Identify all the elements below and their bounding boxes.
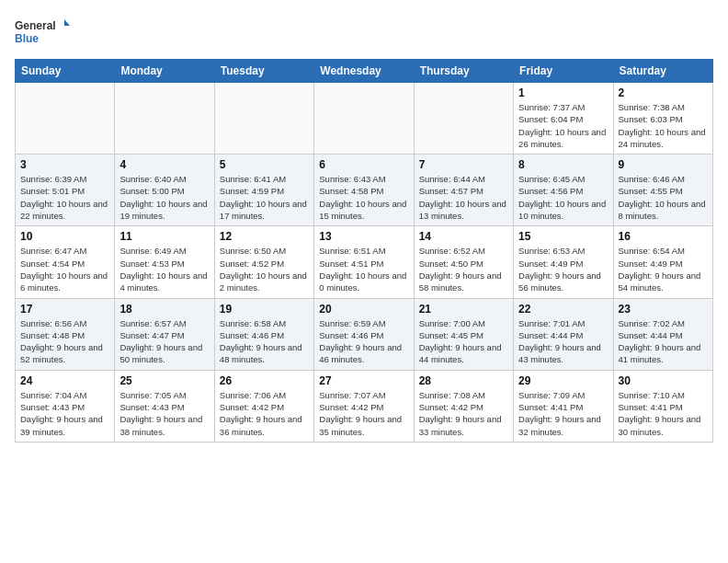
day-info: Sunrise: 7:05 AM Sunset: 4:43 PM Dayligh… bbox=[119, 389, 209, 438]
day-info: Sunrise: 6:50 AM Sunset: 4:52 PM Dayligh… bbox=[220, 245, 309, 293]
day-info: Sunrise: 6:52 AM Sunset: 4:50 PM Dayligh… bbox=[419, 245, 508, 293]
day-info: Sunrise: 7:09 AM Sunset: 4:41 PM Dayligh… bbox=[518, 389, 608, 438]
day-info: Sunrise: 7:37 AM Sunset: 6:04 PM Dayligh… bbox=[518, 101, 608, 150]
day-info: Sunrise: 7:38 AM Sunset: 6:03 PM Dayligh… bbox=[619, 101, 708, 150]
calendar-day-cell: 9Sunrise: 6:46 AM Sunset: 4:55 PM Daylig… bbox=[613, 155, 712, 226]
logo: General Blue bbox=[15, 15, 70, 52]
day-info: Sunrise: 7:00 AM Sunset: 4:45 PM Dayligh… bbox=[419, 317, 508, 366]
calendar-day-cell: 25Sunrise: 7:05 AM Sunset: 4:43 PM Dayli… bbox=[115, 370, 214, 442]
calendar-day-cell bbox=[214, 83, 313, 155]
day-number: 1 bbox=[518, 86, 608, 99]
day-number: 7 bbox=[419, 158, 508, 171]
day-info: Sunrise: 6:58 AM Sunset: 4:46 PM Dayligh… bbox=[220, 317, 309, 366]
day-info: Sunrise: 6:51 AM Sunset: 4:51 PM Dayligh… bbox=[319, 245, 408, 293]
calendar-day-cell: 24Sunrise: 7:04 AM Sunset: 4:43 PM Dayli… bbox=[16, 370, 115, 442]
weekday-header: Saturday bbox=[613, 60, 712, 83]
day-info: Sunrise: 6:53 AM Sunset: 4:49 PM Dayligh… bbox=[518, 245, 608, 293]
calendar-day-cell bbox=[314, 83, 414, 155]
calendar-day-cell bbox=[16, 83, 115, 155]
day-number: 23 bbox=[619, 303, 708, 316]
day-info: Sunrise: 7:10 AM Sunset: 4:41 PM Dayligh… bbox=[619, 389, 708, 438]
calendar-day-cell: 2Sunrise: 7:38 AM Sunset: 6:03 PM Daylig… bbox=[613, 83, 712, 155]
day-number: 21 bbox=[419, 303, 508, 316]
day-info: Sunrise: 7:04 AM Sunset: 4:43 PM Dayligh… bbox=[20, 389, 109, 438]
calendar-day-cell: 10Sunrise: 6:47 AM Sunset: 4:54 PM Dayli… bbox=[16, 226, 115, 298]
day-number: 18 bbox=[119, 303, 209, 316]
calendar-day-cell: 28Sunrise: 7:08 AM Sunset: 4:42 PM Dayli… bbox=[414, 370, 513, 442]
calendar-day-cell: 12Sunrise: 6:50 AM Sunset: 4:52 PM Dayli… bbox=[214, 226, 313, 298]
day-number: 28 bbox=[419, 374, 508, 387]
day-number: 16 bbox=[619, 230, 708, 243]
calendar-day-cell: 27Sunrise: 7:07 AM Sunset: 4:42 PM Dayli… bbox=[314, 370, 414, 442]
day-number: 10 bbox=[20, 230, 109, 243]
calendar-day-cell: 15Sunrise: 6:53 AM Sunset: 4:49 PM Dayli… bbox=[514, 226, 613, 298]
calendar-week-row: 10Sunrise: 6:47 AM Sunset: 4:54 PM Dayli… bbox=[16, 226, 713, 298]
day-number: 8 bbox=[518, 158, 608, 171]
day-number: 4 bbox=[119, 158, 209, 171]
page-header: General Blue bbox=[15, 15, 713, 52]
day-number: 2 bbox=[619, 86, 708, 99]
weekday-header: Friday bbox=[514, 60, 613, 83]
calendar-week-row: 24Sunrise: 7:04 AM Sunset: 4:43 PM Dayli… bbox=[16, 370, 713, 442]
day-number: 11 bbox=[119, 230, 209, 243]
calendar-week-row: 3Sunrise: 6:39 AM Sunset: 5:01 PM Daylig… bbox=[16, 155, 713, 226]
calendar-day-cell: 19Sunrise: 6:58 AM Sunset: 4:46 PM Dayli… bbox=[214, 298, 313, 370]
day-info: Sunrise: 6:59 AM Sunset: 4:46 PM Dayligh… bbox=[319, 317, 408, 366]
calendar-day-cell: 7Sunrise: 6:44 AM Sunset: 4:57 PM Daylig… bbox=[414, 155, 513, 226]
day-info: Sunrise: 6:45 AM Sunset: 4:56 PM Dayligh… bbox=[518, 173, 608, 222]
calendar-day-cell: 4Sunrise: 6:40 AM Sunset: 5:00 PM Daylig… bbox=[115, 155, 214, 226]
calendar-day-cell: 11Sunrise: 6:49 AM Sunset: 4:53 PM Dayli… bbox=[115, 226, 214, 298]
weekday-header: Monday bbox=[115, 60, 214, 83]
day-info: Sunrise: 6:43 AM Sunset: 4:58 PM Dayligh… bbox=[319, 173, 408, 222]
day-number: 17 bbox=[20, 303, 109, 316]
day-info: Sunrise: 6:47 AM Sunset: 4:54 PM Dayligh… bbox=[20, 245, 109, 293]
svg-text:General: General bbox=[15, 19, 56, 32]
day-info: Sunrise: 7:01 AM Sunset: 4:44 PM Dayligh… bbox=[518, 317, 608, 366]
day-info: Sunrise: 7:07 AM Sunset: 4:42 PM Dayligh… bbox=[319, 389, 408, 438]
day-number: 13 bbox=[319, 230, 408, 243]
calendar-day-cell: 16Sunrise: 6:54 AM Sunset: 4:49 PM Dayli… bbox=[613, 226, 712, 298]
weekday-header: Thursday bbox=[414, 60, 513, 83]
calendar-day-cell: 22Sunrise: 7:01 AM Sunset: 4:44 PM Dayli… bbox=[514, 298, 613, 370]
calendar-day-cell: 20Sunrise: 6:59 AM Sunset: 4:46 PM Dayli… bbox=[314, 298, 414, 370]
day-number: 6 bbox=[319, 158, 408, 171]
calendar-day-cell: 29Sunrise: 7:09 AM Sunset: 4:41 PM Dayli… bbox=[514, 370, 613, 442]
day-info: Sunrise: 6:41 AM Sunset: 4:59 PM Dayligh… bbox=[220, 173, 309, 222]
calendar-day-cell: 18Sunrise: 6:57 AM Sunset: 4:47 PM Dayli… bbox=[115, 298, 214, 370]
day-info: Sunrise: 6:40 AM Sunset: 5:00 PM Dayligh… bbox=[119, 173, 209, 222]
calendar-day-cell: 21Sunrise: 7:00 AM Sunset: 4:45 PM Dayli… bbox=[414, 298, 513, 370]
day-number: 30 bbox=[619, 374, 708, 387]
calendar-day-cell: 1Sunrise: 7:37 AM Sunset: 6:04 PM Daylig… bbox=[514, 83, 613, 155]
day-info: Sunrise: 6:39 AM Sunset: 5:01 PM Dayligh… bbox=[20, 173, 109, 222]
day-info: Sunrise: 6:46 AM Sunset: 4:55 PM Dayligh… bbox=[619, 173, 708, 222]
day-number: 29 bbox=[518, 374, 608, 387]
day-info: Sunrise: 7:06 AM Sunset: 4:42 PM Dayligh… bbox=[220, 389, 309, 438]
calendar-table: SundayMondayTuesdayWednesdayThursdayFrid… bbox=[15, 59, 713, 442]
calendar-day-cell: 17Sunrise: 6:56 AM Sunset: 4:48 PM Dayli… bbox=[16, 298, 115, 370]
day-number: 12 bbox=[220, 230, 309, 243]
weekday-header: Sunday bbox=[16, 60, 115, 83]
day-info: Sunrise: 6:54 AM Sunset: 4:49 PM Dayligh… bbox=[619, 245, 708, 293]
day-number: 27 bbox=[319, 374, 408, 387]
weekday-header: Tuesday bbox=[214, 60, 313, 83]
day-number: 9 bbox=[619, 158, 708, 171]
calendar-day-cell: 6Sunrise: 6:43 AM Sunset: 4:58 PM Daylig… bbox=[314, 155, 414, 226]
svg-marker-2 bbox=[64, 19, 70, 26]
weekday-header-row: SundayMondayTuesdayWednesdayThursdayFrid… bbox=[16, 60, 713, 83]
calendar-day-cell: 14Sunrise: 6:52 AM Sunset: 4:50 PM Dayli… bbox=[414, 226, 513, 298]
calendar-day-cell: 8Sunrise: 6:45 AM Sunset: 4:56 PM Daylig… bbox=[514, 155, 613, 226]
calendar-week-row: 1Sunrise: 7:37 AM Sunset: 6:04 PM Daylig… bbox=[16, 83, 713, 155]
day-number: 14 bbox=[419, 230, 508, 243]
calendar-day-cell bbox=[115, 83, 214, 155]
calendar-day-cell bbox=[414, 83, 513, 155]
day-info: Sunrise: 6:49 AM Sunset: 4:53 PM Dayligh… bbox=[119, 245, 209, 293]
day-number: 26 bbox=[220, 374, 309, 387]
day-number: 3 bbox=[20, 158, 109, 171]
day-info: Sunrise: 7:02 AM Sunset: 4:44 PM Dayligh… bbox=[619, 317, 708, 366]
day-info: Sunrise: 6:56 AM Sunset: 4:48 PM Dayligh… bbox=[20, 317, 109, 366]
day-number: 25 bbox=[119, 374, 209, 387]
day-info: Sunrise: 7:08 AM Sunset: 4:42 PM Dayligh… bbox=[419, 389, 508, 438]
day-number: 20 bbox=[319, 303, 408, 316]
calendar-day-cell: 13Sunrise: 6:51 AM Sunset: 4:51 PM Dayli… bbox=[314, 226, 414, 298]
day-number: 5 bbox=[220, 158, 309, 171]
